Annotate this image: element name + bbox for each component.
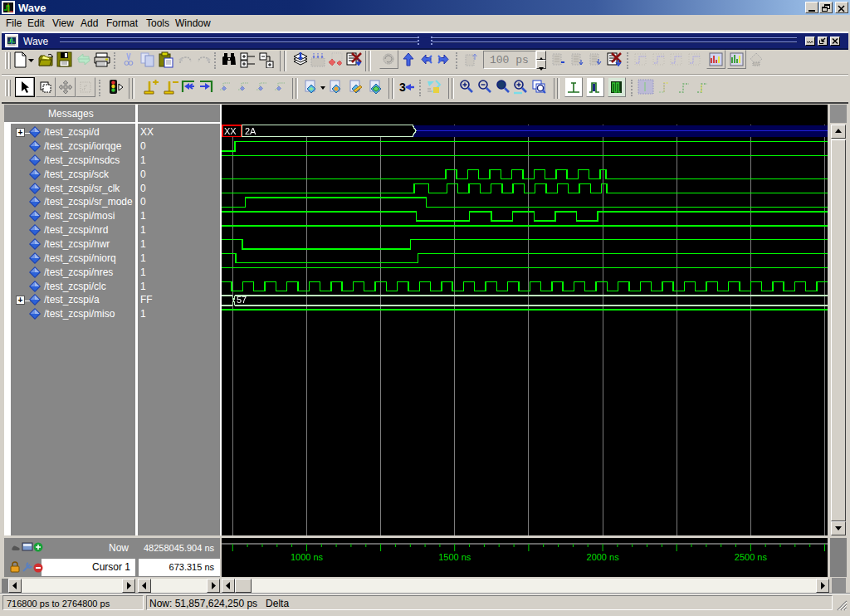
- svg-text:1500 ns: 1500 ns: [438, 552, 471, 562]
- svg-text:3: 3: [399, 81, 406, 94]
- svg-text:2500 ns: 2500 ns: [735, 552, 768, 562]
- svg-text:2000 ns: 2000 ns: [587, 552, 620, 562]
- svg-text:1000 ns: 1000 ns: [291, 552, 324, 562]
